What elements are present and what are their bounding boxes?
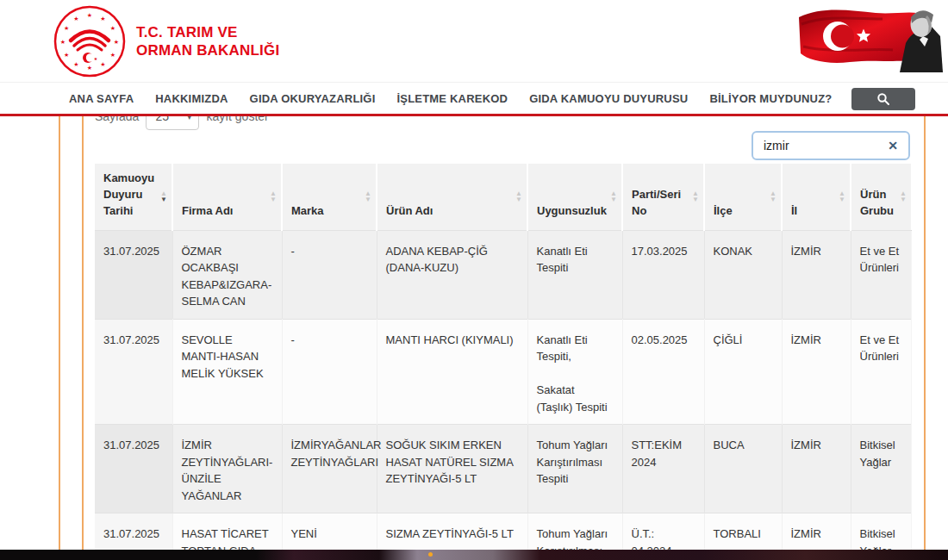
table-cell: Kanatlı Eti Tespiti (527, 230, 622, 319)
search-icon (876, 92, 890, 106)
svg-text:★: ★ (110, 52, 115, 59)
table-header-row: Kamuoyu Duyuru Tarihi ▲▼ Firma Adı ▲▼ Ma… (95, 164, 911, 230)
svg-text:★: ★ (87, 65, 92, 72)
table-cell: Et ve Et Ürünleri (851, 319, 911, 425)
sort-icon: ▲▼ (770, 190, 776, 202)
table-cell: İZMİRYAĞANLAR ZEYTİNYAĞLARI (282, 425, 377, 513)
table-row: 31.07.2025 SEVOLLE MANTI-HASAN MELİK YÜK… (95, 319, 911, 425)
red-divider-line (0, 114, 948, 116)
svg-text:★: ★ (87, 12, 92, 19)
column-header-urun-adi[interactable]: Ürün Adı ▲▼ (377, 164, 527, 230)
main-nav: ANA SAYFA HAKKIMIZDA GIDA OKURYAZARLIĞI … (0, 82, 948, 115)
table-cell: - (282, 319, 377, 425)
svg-text:★: ★ (64, 52, 69, 59)
nav-item-biliyor-muydunuz[interactable]: BİLİYOR MUYDUNUZ? (709, 92, 832, 105)
page-size-suffix-label: kayıt göster (206, 116, 268, 123)
nav-item-isletme-karekod[interactable]: İŞLETME KAREKOD (396, 92, 508, 105)
left-outer-border (59, 116, 60, 560)
clear-search-icon[interactable]: ✕ (877, 139, 908, 152)
column-header-kamuoyu-duyuru-tarihi[interactable]: Kamuoyu Duyuru Tarihi ▲▼ (95, 164, 172, 230)
table-cell: BUCA (704, 425, 782, 513)
nav-item-gida-kamuoyu-duyurusu[interactable]: GIDA KAMUOYU DUYURUSU (529, 92, 688, 105)
table-row: 31.07.2025 ÖZMAR OCAKBAŞI KEBAP&IZGARA-S… (95, 230, 911, 319)
svg-text:★: ★ (73, 16, 78, 22)
table-cell: Bitkisel Yağlar (851, 425, 911, 513)
ataturk-flag-image (796, 3, 945, 74)
table-row: 31.07.2025 İZMİR ZEYTİNYAĞLARI-ÜNZİLE YA… (95, 425, 911, 513)
svg-text:★: ★ (114, 39, 119, 46)
caret-down-icon: ▾ (187, 116, 191, 121)
nav-item-ana-sayfa[interactable]: ANA SAYFA (69, 92, 134, 105)
nav-search-button[interactable] (851, 88, 915, 110)
svg-text:★: ★ (64, 25, 69, 32)
table-cell: SEVOLLE MANTI-HASAN MELİK YÜKSEK (172, 319, 282, 425)
content-frame: Sayfada 25 ▾ kayıt göster izmir ✕ Kamuoy… (0, 116, 948, 560)
column-header-il[interactable]: İl ▲▼ (782, 164, 851, 230)
svg-text:★: ★ (100, 61, 105, 68)
svg-text:★: ★ (110, 25, 115, 32)
table-cell: 31.07.2025 (95, 230, 172, 319)
right-inner-border (924, 116, 926, 560)
left-inner-border (82, 116, 84, 560)
table-cell: ADANA KEBAP-ÇİĞ (DANA-KUZU) (377, 230, 527, 319)
column-header-urun-grubu[interactable]: Ürün Grubu ▲▼ (851, 164, 911, 230)
table-cell: MANTI HARCI (KIYMALI) (377, 319, 527, 425)
table-cell: KONAK (704, 230, 782, 319)
sort-icon: ▲▼ (515, 190, 522, 202)
column-header-uygunsuzluk[interactable]: Uygunsuzluk ▲▼ (527, 164, 622, 230)
page-size-value: 25 (155, 116, 169, 123)
table-cell: Kanatlı Eti Tespiti, Sakatat (Taşlık) Te… (527, 319, 622, 425)
nav-item-hakkimizda[interactable]: HAKKIMIZDA (155, 92, 228, 105)
sort-icon: ▲▼ (270, 190, 277, 202)
table-cell: İZMİR (782, 230, 851, 319)
ministry-title: T.C. TARIM VE ORMAN BAKANLIĞI (136, 23, 279, 59)
footer-image-strip (0, 550, 948, 560)
svg-text:★: ★ (94, 56, 98, 61)
sort-icon: ▲▼ (839, 190, 845, 202)
page-size-select[interactable]: 25 ▾ (146, 116, 199, 130)
page-size-prefix-label: Sayfada (95, 116, 139, 123)
ministry-title-line1: T.C. TARIM VE (136, 23, 279, 41)
table-search-input[interactable]: izmir ✕ (752, 131, 910, 160)
table-cell: İZMİR (782, 319, 851, 425)
column-header-ilce[interactable]: İlçe ▲▼ (704, 164, 782, 230)
ministry-logo-icon: ★★★ ★★★ ★★★ ★★★ ★ (53, 5, 126, 78)
svg-text:★: ★ (60, 39, 65, 46)
table-cell: 02.05.2025 (622, 319, 704, 425)
table-cell: ÖZMAR OCAKBAŞI KEBAP&IZGARA-SELMA CAN (172, 230, 282, 319)
table-cell: 31.07.2025 (95, 319, 172, 425)
table-cell: SOĞUK SIKIM ERKEN HASAT NATÜREL SIZMA ZE… (377, 425, 527, 513)
search-input-value[interactable]: izmir (753, 139, 877, 152)
sort-icon: ▲▼ (365, 190, 371, 202)
sort-icon: ▲▼ (160, 190, 167, 202)
announcements-table: Kamuoyu Duyuru Tarihi ▲▼ Firma Adı ▲▼ Ma… (95, 164, 912, 560)
footer-light-dot (428, 552, 433, 557)
column-header-marka[interactable]: Marka ▲▼ (282, 164, 377, 230)
sort-icon: ▲▼ (900, 190, 907, 202)
svg-text:★: ★ (100, 16, 105, 22)
sort-icon: ▲▼ (610, 190, 617, 202)
sort-icon: ▲▼ (692, 190, 699, 202)
column-header-firma-adi[interactable]: Firma Adı ▲▼ (172, 164, 282, 230)
table-cell: İZMİR ZEYTİNYAĞLARI-ÜNZİLE YAĞANLAR (172, 425, 282, 513)
site-header: ★★★ ★★★ ★★★ ★★★ ★ T.C. TARIM VE ORMAN BA… (0, 0, 948, 82)
page-size-control: Sayfada 25 ▾ kayıt göster (95, 116, 269, 130)
table-cell: 17.03.2025 (622, 230, 704, 319)
svg-text:★: ★ (73, 61, 78, 68)
table-cell: Tohum Yağları Karıştırılması Tespiti (527, 425, 622, 513)
nav-item-gida-okuryazarligi[interactable]: GIDA OKURYAZARLIĞI (250, 92, 376, 105)
column-header-parti-seri-no[interactable]: Parti/Seri No ▲▼ (622, 164, 704, 230)
table-cell: - (282, 230, 377, 319)
ministry-title-line2: ORMAN BAKANLIĞI (136, 41, 279, 59)
table-cell: İZMİR (782, 425, 851, 513)
table-cell: Et ve Et Ürünleri (851, 230, 911, 319)
table-cell: ÇİĞLİ (704, 319, 782, 425)
table-cell: 31.07.2025 (95, 425, 172, 513)
table-cell: STT:EKİM 2024 (622, 425, 704, 513)
